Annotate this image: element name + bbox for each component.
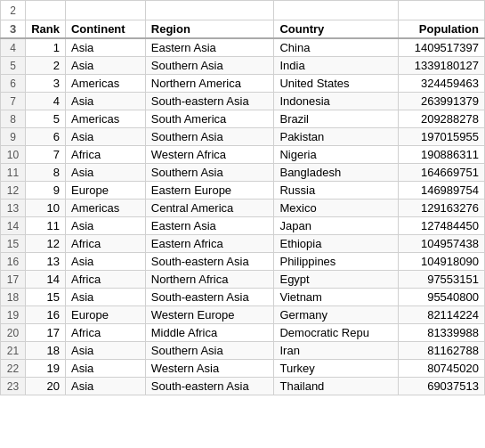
table-row[interactable]: 2017AfricaMiddle AfricaDemocratic Repu81… <box>1 324 485 342</box>
cell-country: Vietnam <box>274 289 399 306</box>
table-row[interactable]: 63AmericasNorthern AmericaUnited States3… <box>1 75 485 93</box>
table-row[interactable]: 1310AmericasCentral AmericaMexico1291632… <box>1 200 485 217</box>
cell-country: Germany <box>274 306 399 324</box>
table-row[interactable]: 96AsiaSouthern AsiaPakistan197015955 <box>1 128 485 146</box>
cell-country: Nigeria <box>274 146 399 164</box>
cell-country: Turkey <box>274 360 399 378</box>
cell-population: 69037513 <box>399 378 485 395</box>
cell-rank: 15 <box>26 289 66 306</box>
cell-rank: 5 <box>26 110 66 128</box>
table-row[interactable]: 1815AsiaSouth-eastern AsiaVietnam9554080… <box>1 289 485 306</box>
cell-region: South America <box>145 110 274 128</box>
cell-continent: Asia <box>65 128 145 146</box>
cell-country: Thailand <box>274 378 399 395</box>
row-number: 14 <box>1 217 26 235</box>
cell-country: China <box>274 38 399 57</box>
cell-country: Pakistan <box>274 128 399 146</box>
cell-continent: Europe <box>65 182 145 200</box>
row-number: 12 <box>1 182 26 200</box>
table-row[interactable]: 1613AsiaSouth-eastern AsiaPhilippines104… <box>1 253 485 271</box>
empty-cell: 2 <box>1 1 26 20</box>
cell-continent: Asia <box>65 378 145 395</box>
cell-rank: 19 <box>26 360 66 378</box>
header-country: Country <box>274 20 399 39</box>
cell-region: South-eastern Asia <box>145 289 274 306</box>
cell-continent: Asia <box>65 342 145 360</box>
cell-rank: 10 <box>26 200 66 217</box>
table-row[interactable]: 118AsiaSouthern AsiaBangladesh164669751 <box>1 164 485 182</box>
header-population: Population <box>399 20 485 39</box>
row-number: 22 <box>1 360 26 378</box>
cell-rank: 11 <box>26 217 66 235</box>
cell-population: 81339988 <box>399 324 485 342</box>
empty-cell <box>399 1 485 20</box>
cell-country: United States <box>274 75 399 93</box>
cell-region: Middle Africa <box>145 324 274 342</box>
cell-continent: Asia <box>65 253 145 271</box>
cell-population: 104918090 <box>399 253 485 271</box>
cell-region: Eastern Africa <box>145 235 274 253</box>
empty-cell <box>145 1 274 20</box>
cell-continent: Americas <box>65 200 145 217</box>
row-number: 16 <box>1 253 26 271</box>
table-row[interactable]: 2219AsiaWestern AsiaTurkey80745020 <box>1 360 485 378</box>
table-row[interactable]: 107AfricaWestern AfricaNigeria190886311 <box>1 146 485 164</box>
cell-rank: 18 <box>26 342 66 360</box>
row-number: 4 <box>1 38 26 57</box>
header-rank: Rank <box>26 20 66 39</box>
cell-rank: 4 <box>26 93 66 110</box>
row-number: 6 <box>1 75 26 93</box>
table-row[interactable]: 1714AfricaNorthern AfricaEgypt97553151 <box>1 271 485 289</box>
table-row[interactable]: 2320AsiaSouth-eastern AsiaThailand690375… <box>1 378 485 395</box>
table-row[interactable]: 41AsiaEastern AsiaChina1409517397 <box>1 38 485 57</box>
header-region: Region <box>145 20 274 39</box>
cell-continent: Asia <box>65 38 145 57</box>
table-row[interactable]: 1916EuropeWestern EuropeGermany82114224 <box>1 306 485 324</box>
cell-population: 97553151 <box>399 271 485 289</box>
cell-country: Japan <box>274 217 399 235</box>
cell-population: 81162788 <box>399 342 485 360</box>
header-row: 3RankContinentRegionCountryPopulation <box>1 20 485 39</box>
cell-population: 104957438 <box>399 235 485 253</box>
cell-continent: Asia <box>65 360 145 378</box>
row-number: 7 <box>1 93 26 110</box>
cell-population: 1339180127 <box>399 57 485 75</box>
cell-region: Central America <box>145 200 274 217</box>
empty-cell <box>274 1 399 20</box>
cell-population: 324459463 <box>399 75 485 93</box>
cell-country: Iran <box>274 342 399 360</box>
cell-region: Eastern Europe <box>145 182 274 200</box>
cell-country: Philippines <box>274 253 399 271</box>
cell-continent: Americas <box>65 110 145 128</box>
table-row[interactable]: 1411AsiaEastern AsiaJapan127484450 <box>1 217 485 235</box>
cell-continent: Asia <box>65 217 145 235</box>
cell-population: 209288278 <box>399 110 485 128</box>
cell-rank: 1 <box>26 38 66 57</box>
cell-region: Eastern Asia <box>145 38 274 57</box>
table-row[interactable]: 1512AfricaEastern AfricaEthiopia10495743… <box>1 235 485 253</box>
table-row[interactable]: 2118AsiaSouthern AsiaIran81162788 <box>1 342 485 360</box>
table-row[interactable]: 52AsiaSouthern AsiaIndia1339180127 <box>1 57 485 75</box>
cell-rank: 8 <box>26 164 66 182</box>
cell-country: Egypt <box>274 271 399 289</box>
cell-rank: 20 <box>26 378 66 395</box>
table-row[interactable]: 129EuropeEastern EuropeRussia146989754 <box>1 182 485 200</box>
cell-rank: 9 <box>26 182 66 200</box>
table-row[interactable]: 74AsiaSouth-eastern AsiaIndonesia2639913… <box>1 93 485 110</box>
cell-country: Democratic Repu <box>274 324 399 342</box>
row-number: 5 <box>1 57 26 75</box>
cell-region: Southern Asia <box>145 128 274 146</box>
cell-region: Southern Asia <box>145 342 274 360</box>
cell-rank: 14 <box>26 271 66 289</box>
cell-rank: 6 <box>26 128 66 146</box>
cell-continent: Asia <box>65 289 145 306</box>
cell-region: Eastern Asia <box>145 217 274 235</box>
cell-population: 146989754 <box>399 182 485 200</box>
cell-population: 164669751 <box>399 164 485 182</box>
row-number: 15 <box>1 235 26 253</box>
cell-country: Brazil <box>274 110 399 128</box>
cell-continent: Europe <box>65 306 145 324</box>
cell-country: Indonesia <box>274 93 399 110</box>
table-row[interactable]: 85AmericasSouth AmericaBrazil209288278 <box>1 110 485 128</box>
cell-rank: 13 <box>26 253 66 271</box>
